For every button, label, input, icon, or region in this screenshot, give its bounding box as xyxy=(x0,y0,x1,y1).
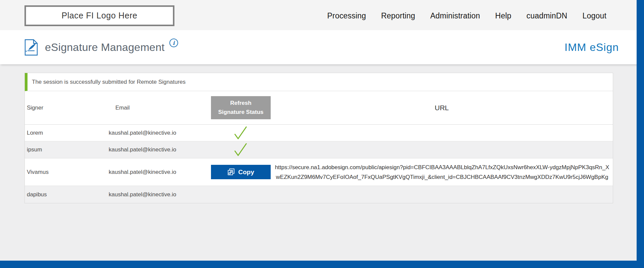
table-header-row: Signer Email Refresh Signature Status UR… xyxy=(25,91,613,125)
copy-button-label: Copy xyxy=(238,169,254,176)
signer-name: Vivamus xyxy=(25,169,109,176)
table-row-dapibus: dapibus kaushal.patel@kinective.io xyxy=(25,186,613,203)
menu-item-administration[interactable]: Administration xyxy=(430,11,480,20)
signed-check-icon xyxy=(233,125,249,141)
menu-item-user-cuadmindn[interactable]: cuadminDN xyxy=(526,11,567,20)
menu-item-logout[interactable]: Logout xyxy=(582,11,606,20)
svg-text:x: x xyxy=(25,50,27,53)
refresh-button-line2: Signature Status xyxy=(218,109,263,115)
column-header-email: Email xyxy=(109,105,211,111)
table-row-vivamus: Vivamus kaushal.patel@kinective.io Copy … xyxy=(25,158,613,186)
success-alert-text: The session is successfully submitted fo… xyxy=(32,79,185,85)
info-icon[interactable]: i xyxy=(169,39,178,47)
fi-logo-placeholder-text: Place FI Logo Here xyxy=(26,7,173,25)
signer-email: kaushal.patel@kinective.io xyxy=(109,146,211,153)
imm-esign-brand: IMM eSign xyxy=(565,41,619,54)
signer-name: Lorem xyxy=(25,130,109,136)
signer-email: kaushal.patel@kinective.io xyxy=(109,169,211,176)
page-header: x eSignature Management i IMM eSign xyxy=(0,30,644,64)
signed-check-icon xyxy=(233,142,249,157)
column-header-url: URL xyxy=(271,104,613,112)
signer-name: ipsum xyxy=(25,146,109,153)
fi-logo-placeholder: Place FI Logo Here xyxy=(24,5,174,26)
copy-url-button[interactable]: Copy xyxy=(211,165,271,179)
menu-item-help[interactable]: Help xyxy=(495,11,511,20)
signer-email: kaushal.patel@kinective.io xyxy=(109,130,211,136)
success-alert: The session is successfully submitted fo… xyxy=(25,73,613,91)
refresh-button-line1: Refresh xyxy=(230,100,251,106)
signing-url-text: https://secure.na1.adobesign.com/public/… xyxy=(271,159,613,185)
main-content: The session is successfully submitted fo… xyxy=(0,64,644,203)
table-row-ipsum: ipsum kaushal.patel@kinective.io xyxy=(25,141,613,158)
menu-item-processing[interactable]: Processing xyxy=(327,11,366,20)
menu-item-reporting[interactable]: Reporting xyxy=(381,11,415,20)
signer-email: kaushal.patel@kinective.io xyxy=(109,191,211,198)
main-menu: Processing Reporting Administration Help… xyxy=(327,10,606,20)
signer-name: dapibus xyxy=(25,191,109,198)
column-header-signer: Signer xyxy=(25,105,109,111)
page-title: eSignature Management xyxy=(45,41,165,54)
right-edge-accent-bar xyxy=(637,0,644,268)
table-row-lorem: Lorem kaushal.patel@kinective.io xyxy=(25,125,613,141)
document-signature-icon: x xyxy=(24,39,38,56)
signers-card: The session is successfully submitted fo… xyxy=(24,73,613,203)
refresh-signature-status-button[interactable]: Refresh Signature Status xyxy=(211,96,271,119)
top-navigation-bar: Place FI Logo Here Processing Reporting … xyxy=(0,0,644,30)
footer-accent-bar xyxy=(0,261,644,268)
copy-link-icon xyxy=(227,168,235,176)
